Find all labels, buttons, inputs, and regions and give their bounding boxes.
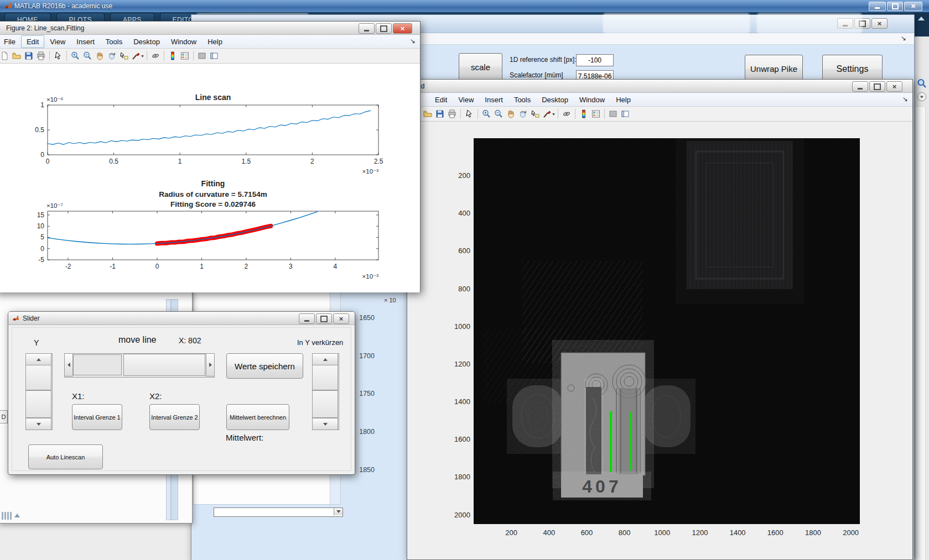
close-icon[interactable]: × <box>333 313 349 324</box>
legend-icon[interactable] <box>590 108 602 119</box>
colorbar-icon[interactable] <box>167 50 179 61</box>
image-y-tick-label: 1800 <box>445 473 470 481</box>
slider-thumb[interactable] <box>25 365 51 390</box>
rotate-3d-icon[interactable] <box>517 108 529 119</box>
open-folder-icon[interactable] <box>422 108 434 119</box>
zoom-in-icon[interactable] <box>69 50 81 61</box>
slider-right-icon[interactable] <box>206 353 215 376</box>
collapse-ribbon-icon[interactable] <box>918 17 925 20</box>
ref-shift-input[interactable] <box>576 54 614 66</box>
minimize-icon[interactable] <box>869 2 886 11</box>
data-cursor-icon[interactable] <box>118 50 130 61</box>
maximize-icon[interactable] <box>316 313 332 324</box>
search-icon[interactable] <box>917 78 927 88</box>
splitter-grip-icon[interactable] <box>2 512 3 520</box>
dock-arrow-icon[interactable]: ↘ <box>902 95 908 103</box>
link-plots-icon[interactable] <box>149 50 162 61</box>
maximize-icon[interactable] <box>376 23 392 34</box>
menu-item-desktop[interactable]: Desktop <box>128 35 165 48</box>
brush-dropdown-icon[interactable]: ▼ <box>141 54 144 58</box>
move-line-slider[interactable] <box>64 353 215 378</box>
menu-item-insert[interactable]: Insert <box>71 35 100 48</box>
figure2-menubar: FileEditViewInsertToolsDesktopWindowHelp… <box>0 35 420 49</box>
slider-thumb[interactable] <box>25 390 51 418</box>
plottools-off-icon[interactable] <box>607 108 619 119</box>
close-icon[interactable]: × <box>886 81 902 92</box>
open-folder-icon[interactable] <box>11 50 23 61</box>
docked-panel-tab[interactable]: D <box>0 410 8 423</box>
interval-limit2-button[interactable]: Interval Grenze 2 <box>149 404 200 430</box>
interval-limit1-button[interactable]: Interval Grenze 1 <box>72 404 122 430</box>
pointer-icon[interactable] <box>52 50 64 61</box>
menu-item-file[interactable]: File <box>0 35 21 48</box>
plottools-off-icon[interactable] <box>196 50 208 61</box>
data-cursor-icon[interactable] <box>529 108 541 119</box>
scale-button[interactable]: scale <box>459 53 502 81</box>
svg-text:0: 0 <box>40 151 44 159</box>
link-plots-icon[interactable] <box>560 108 573 119</box>
unwrap-pike-button[interactable]: Unwrap Pike <box>745 55 803 82</box>
splitter-grip-icon[interactable] <box>7 512 9 520</box>
pan-hand-icon[interactable] <box>94 50 106 61</box>
minimize-icon[interactable] <box>852 81 868 92</box>
slider-down-icon[interactable] <box>25 418 51 430</box>
zoom-out-icon[interactable] <box>492 108 505 119</box>
slider-down-icon[interactable] <box>312 418 338 430</box>
menu-item-view[interactable]: View <box>44 35 71 48</box>
combobox-arrow-icon[interactable] <box>334 508 342 515</box>
colorbar-icon[interactable] <box>578 108 590 119</box>
slider-left-icon[interactable] <box>64 353 73 376</box>
restore-icon[interactable] <box>887 2 903 11</box>
plottools-on-icon[interactable] <box>208 50 220 61</box>
new-doc-icon[interactable] <box>0 50 11 61</box>
pan-hand-icon[interactable] <box>505 108 517 119</box>
menu-item-help[interactable]: Help <box>610 93 636 106</box>
auto-linescan-button[interactable]: Auto Linescan <box>28 444 103 469</box>
close-icon[interactable]: ✕ <box>904 2 922 11</box>
menu-item-edit[interactable]: Edit <box>21 35 44 48</box>
menu-item-desktop[interactable]: Desktop <box>536 93 574 106</box>
close-icon[interactable]: × <box>393 23 412 34</box>
dock-arrow-icon[interactable]: ↘ <box>901 34 906 42</box>
pointer-icon[interactable] <box>463 108 475 119</box>
menu-item-window[interactable]: Window <box>574 93 610 106</box>
slider-thumb[interactable] <box>123 354 205 376</box>
brush-dropdown-icon[interactable]: ▼ <box>552 112 556 116</box>
close-icon[interactable]: × <box>871 18 888 29</box>
rotate-3d-icon[interactable] <box>106 50 118 61</box>
menu-item-window[interactable]: Window <box>165 35 202 48</box>
save-values-button[interactable]: Werte speichern <box>226 353 303 379</box>
expand-statusbar-icon[interactable] <box>14 514 20 517</box>
print-icon[interactable] <box>35 50 47 61</box>
minimize-icon[interactable] <box>359 23 375 34</box>
menu-item-help[interactable]: Help <box>202 35 228 48</box>
menu-item-view[interactable]: View <box>453 93 479 106</box>
zoom-out-icon[interactable] <box>81 50 94 61</box>
calc-mean-button[interactable]: Mittelwert berechnen <box>226 404 289 430</box>
slider-track-segment[interactable] <box>73 354 122 375</box>
slider-up-icon[interactable] <box>312 353 338 365</box>
menu-item-insert[interactable]: Insert <box>479 93 508 106</box>
gui-combobox[interactable] <box>214 507 343 517</box>
minimize-icon[interactable] <box>299 313 315 324</box>
menu-item-tools[interactable]: Tools <box>508 93 536 106</box>
splitter-grip-icon[interactable] <box>4 512 6 520</box>
zoom-in-icon[interactable] <box>480 108 492 119</box>
menu-item-tools[interactable]: Tools <box>100 35 128 48</box>
menu-item-edit[interactable]: Edit <box>429 93 453 106</box>
slider-up-icon[interactable] <box>25 353 51 365</box>
slider-title: Slider <box>23 315 40 322</box>
shorten-y-slider[interactable] <box>312 353 339 430</box>
expand-panel-icon[interactable] <box>917 92 927 102</box>
legend-icon[interactable] <box>179 50 191 61</box>
plottools-on-icon[interactable] <box>619 108 631 119</box>
save-icon[interactable] <box>23 50 35 61</box>
dock-arrow-icon[interactable]: ↘ <box>410 37 416 45</box>
splitter-grip-icon[interactable] <box>10 512 12 520</box>
maximize-icon[interactable] <box>869 81 885 92</box>
slider-thumb[interactable] <box>312 390 338 418</box>
save-icon[interactable] <box>434 108 446 119</box>
y-slider[interactable] <box>25 353 53 430</box>
slider-thumb[interactable] <box>312 365 338 390</box>
print-icon[interactable] <box>446 108 458 119</box>
